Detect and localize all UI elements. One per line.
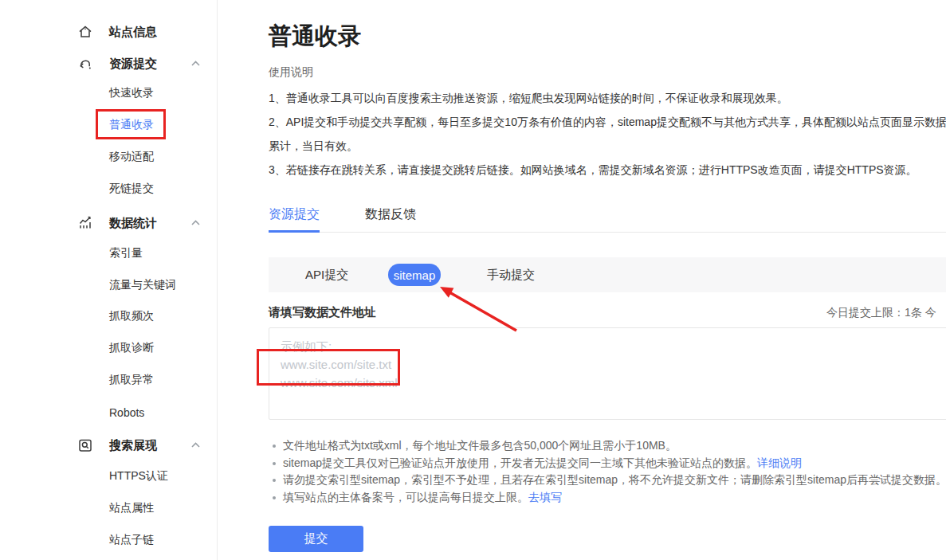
note-text: 文件地址格式为txt或xml，每个地址文件最多包含50,000个网址且需小于10… — [283, 439, 677, 452]
sidebar-item-label: 搜索展现 — [109, 438, 157, 453]
sidebar-item-traffic-keywords[interactable]: 流量与关键词 — [0, 275, 218, 296]
active-tab-underline — [269, 230, 320, 233]
chevron-up-icon[interactable] — [190, 58, 202, 70]
instruction-line: 3、若链接存在跳转关系，请直接提交跳转后链接。如网站换域名，需提交新域名资源；进… — [269, 158, 946, 182]
sidebar-item-label: 抓取异常 — [109, 373, 154, 387]
tab-resource-submit[interactable]: 资源提交 — [269, 206, 320, 223]
go-fill-link[interactable]: 去填写 — [528, 491, 562, 503]
note-item: sitemap提交工具仅对已验证站点开放使用，开发者无法提交同一主域下其他未验证… — [272, 455, 946, 472]
sidebar-item-search-display[interactable]: 搜索展现 — [0, 435, 218, 456]
sidebar-item-index-volume[interactable]: 索引量 — [0, 243, 218, 264]
sidebar-item-site-info[interactable]: 站点信息 — [0, 22, 218, 42]
sidebar-item-label: 死链提交 — [109, 182, 154, 196]
sidebar-item-site-property[interactable]: 站点属性 — [0, 498, 218, 519]
subtab-api-submit[interactable]: API提交 — [305, 257, 348, 292]
submit-button[interactable]: 提交 — [269, 526, 363, 552]
sidebar-item-label: 流量与关键词 — [109, 278, 176, 292]
form-label: 请填写数据文件地址 — [269, 305, 376, 320]
note-text: 请勿提交索引型sitemap，索引型不予处理，且若存在索引型sitemap，将不… — [283, 473, 946, 486]
detail-description-link[interactable]: 详细说明 — [757, 456, 802, 469]
sidebar-item-data-statistics[interactable]: 数据统计 — [0, 213, 218, 233]
sidebar-item-site-sublink[interactable]: 站点子链 — [0, 530, 218, 550]
usage-instructions: 1、普通收录工具可以向百度搜索主动推送资源，缩短爬虫发现网站链接的时间，不保证收… — [269, 86, 946, 182]
quota-text: 今日提交上限：1条 今 — [826, 306, 936, 320]
sidebar-item-https-verification[interactable]: HTTPS认证 — [0, 466, 218, 487]
note-text: 填写站点的主体备案号，可以提高每日提交上限。 — [283, 491, 528, 503]
sidebar-item-label: 索引量 — [109, 246, 143, 260]
page-title: 普通收录 — [269, 21, 361, 53]
subtab-bar: API提交 sitemap 手动提交 — [269, 257, 946, 292]
usage-heading: 使用说明 — [269, 65, 313, 80]
sidebar-item-quick-inclusion[interactable]: 快速收录 — [0, 83, 218, 104]
sidebar-item-robots[interactable]: Robots — [0, 402, 218, 423]
sidebar-item-dead-link-submit[interactable]: 死链提交 — [0, 178, 218, 199]
sidebar: 站点信息 资源提交 快速收录 普通收录 移动适配 死链 — [0, 0, 218, 560]
note-item: 请勿提交索引型sitemap，索引型不予处理，且若存在索引型sitemap，将不… — [272, 472, 946, 489]
note-item: 填写站点的主体备案号，可以提高每日提交上限。去填写 — [272, 489, 946, 507]
home-icon — [77, 23, 94, 41]
annotation-box-sidebar — [96, 109, 166, 139]
note-text: sitemap提交工具仅对已验证站点开放使用，开发者无法提交同一主域下其他未验证… — [283, 456, 757, 469]
sidebar-item-label: 站点属性 — [109, 501, 154, 515]
instruction-line: 累计，当日有效。 — [269, 134, 946, 158]
sidebar-item-label: 抓取诊断 — [109, 341, 154, 355]
sidebar-item-label: 移动适配 — [109, 150, 154, 164]
sidebar-item-mobile-adaptation[interactable]: 移动适配 — [0, 147, 218, 167]
sidebar-item-label: 站点信息 — [109, 25, 157, 40]
tab-divider — [269, 232, 946, 233]
chevron-up-icon[interactable] — [190, 440, 202, 452]
sidebar-item-label: 资源提交 — [109, 57, 157, 72]
instruction-line: 1、普通收录工具可以向百度搜索主动推送资源，缩短爬虫发现网站链接的时间，不保证收… — [269, 86, 946, 110]
sidebar-item-label: 抓取频次 — [109, 309, 154, 323]
annotation-box-examples — [257, 349, 400, 386]
chevron-up-icon[interactable] — [190, 217, 202, 229]
annotation-arrow — [430, 280, 534, 340]
instruction-line: 2、API提交和手动提交共享配额，每日至多提交10万条有价值的内容，sitema… — [269, 110, 946, 134]
search-box-icon — [77, 437, 94, 454]
sidebar-item-resource-submit[interactable]: 资源提交 — [0, 53, 218, 74]
sidebar-item-label: Robots — [109, 406, 144, 419]
sidebar-item-crawl-exception[interactable]: 抓取异常 — [0, 370, 218, 390]
sidebar-item-label: 快速收录 — [109, 86, 154, 100]
page: 站点信息 资源提交 快速收录 普通收录 移动适配 死链 — [0, 0, 946, 560]
submit-icon — [77, 55, 94, 72]
sidebar-item-crawl-frequency[interactable]: 抓取频次 — [0, 306, 218, 327]
sidebar-item-label: 数据统计 — [109, 216, 157, 231]
note-item: 文件地址格式为txt或xml，每个地址文件最多包含50,000个网址且需小于10… — [272, 437, 946, 455]
sidebar-item-label: HTTPS认证 — [109, 469, 168, 484]
notes-list: 文件地址格式为txt或xml，每个地址文件最多包含50,000个网址且需小于10… — [272, 437, 946, 507]
sidebar-item-label: 站点子链 — [109, 533, 154, 547]
sidebar-item-crawl-diagnosis[interactable]: 抓取诊断 — [0, 338, 218, 358]
tab-data-feedback[interactable]: 数据反馈 — [365, 206, 416, 223]
chart-icon — [77, 214, 94, 232]
